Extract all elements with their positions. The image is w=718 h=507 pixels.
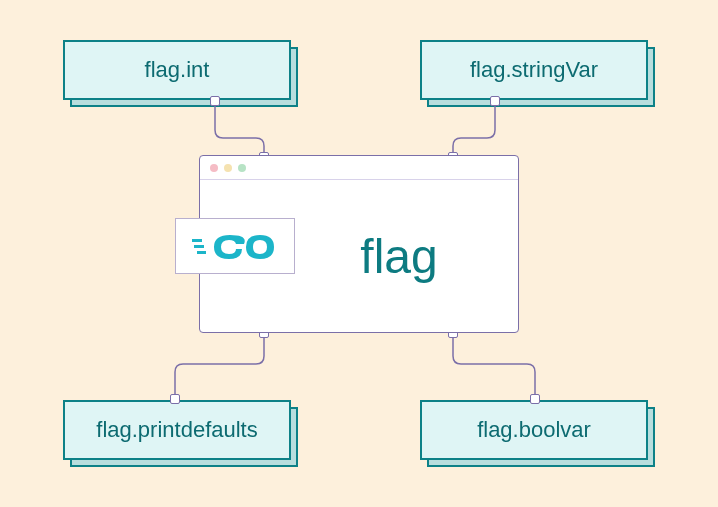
svg-rect-0 <box>192 239 202 242</box>
go-logo-box <box>175 218 295 274</box>
connector-dot <box>530 394 540 404</box>
window-titlebar <box>200 156 518 180</box>
connector-dot <box>490 96 500 106</box>
connector-dot <box>170 394 180 404</box>
svg-rect-2 <box>197 251 206 254</box>
connector-dot <box>210 96 220 106</box>
traffic-light-yellow <box>224 164 232 172</box>
go-logo-icon <box>192 229 278 263</box>
package-title: flag <box>360 229 437 284</box>
traffic-light-green <box>238 164 246 172</box>
traffic-light-red <box>210 164 218 172</box>
svg-rect-1 <box>194 245 204 248</box>
